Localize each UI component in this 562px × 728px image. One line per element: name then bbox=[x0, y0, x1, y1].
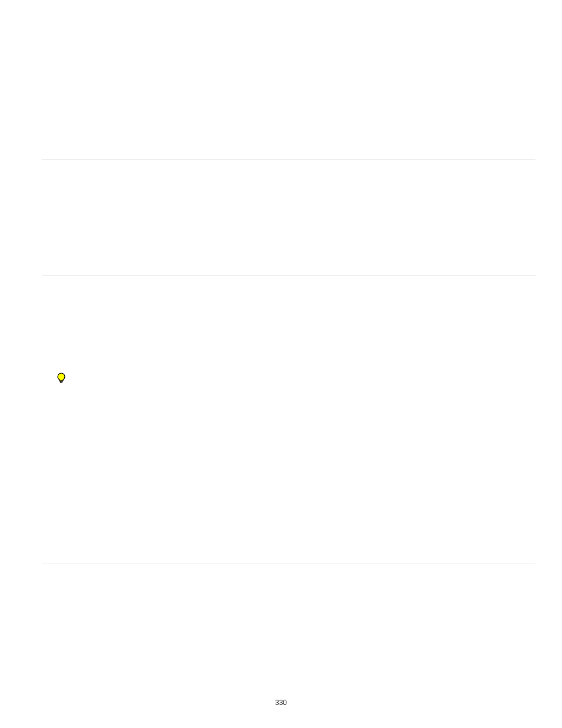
page-number: 330 bbox=[275, 699, 287, 707]
section-divider bbox=[42, 275, 535, 276]
lightbulb-icon bbox=[57, 373, 65, 383]
svg-rect-1 bbox=[61, 382, 62, 383]
section-divider bbox=[42, 564, 535, 564]
document-page bbox=[42, 0, 535, 728]
section-divider bbox=[42, 159, 535, 160]
